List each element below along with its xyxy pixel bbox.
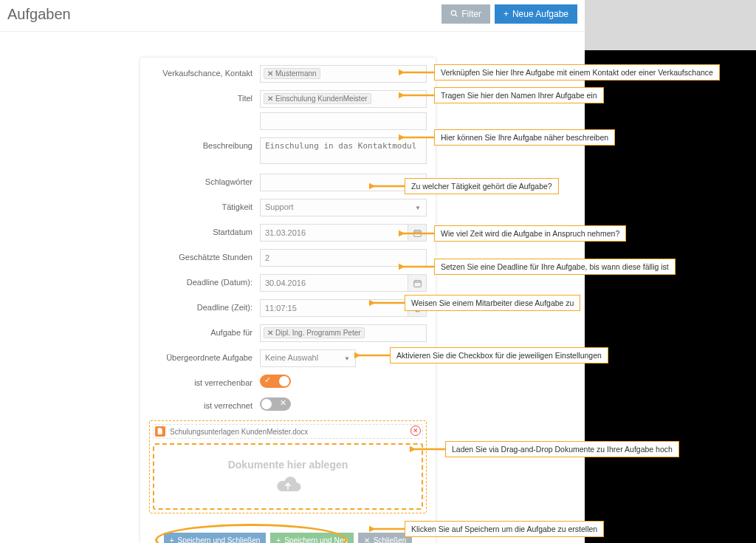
filter-label: Filter: [461, 9, 481, 19]
label-deadline-zeit: Deadline (Zeit):: [149, 299, 260, 312]
assignee-tag-text: Dipl. Ing. Programm Peter: [275, 329, 361, 337]
callout-text: Verknüpfen Sie hier Ihre Aufgabe mit ein…: [434, 64, 720, 81]
titel-tag[interactable]: ✕ Einschulung KundenMeister: [264, 93, 371, 104]
toggle-knob: [261, 399, 272, 409]
attached-file[interactable]: Schulungsunterlagen KundenMeister.docx ✕: [153, 424, 423, 439]
new-task-label: Neue Aufgabe: [512, 9, 568, 19]
label-schlagworter: Schlagwörter: [149, 174, 260, 186]
arrow-icon: [399, 90, 434, 100]
callout-toggles: Aktivieren Sie die Checkbox für die jewe…: [354, 347, 608, 363]
toggle-knob: [279, 376, 289, 386]
label-aufgabe-fuer: Aufgabe für: [149, 324, 260, 337]
arrow-icon: [369, 524, 405, 534]
startdatum-input[interactable]: [260, 224, 408, 242]
plus-icon: +: [170, 536, 174, 543]
titel-extra-input[interactable]: [260, 112, 427, 130]
callout-stunden: Wie viel Zeit wird die Aufgabe in Anspru…: [399, 225, 626, 242]
svg-rect-6: [413, 281, 421, 287]
close-label: Schließen: [374, 536, 406, 543]
remove-tag-icon[interactable]: ✕: [267, 69, 273, 78]
arrow-icon: [399, 228, 434, 239]
save-new-button[interactable]: + Speichern und Neu: [270, 533, 353, 543]
svg-point-0: [451, 10, 456, 15]
label-verrechnet: ist verrechnet: [149, 397, 260, 410]
page-header: Aufgaben Filter + Neue Aufgabe: [0, 0, 585, 32]
callout-save: Klicken Sie auf Speichern um die Aufgabe…: [369, 521, 604, 537]
label-titel: Titel: [149, 90, 260, 103]
callout-deadline: Setzen Sie eine Deadline für Ihre Aufgab…: [399, 259, 676, 275]
callout-text: Weisen Sie einem Mitarbeiter diese Aufga…: [405, 295, 580, 311]
callout-text: Aktivieren Sie die Checkbox für die jewe…: [390, 347, 608, 363]
label-verrechenbar: ist verrechenbar: [149, 375, 260, 387]
remove-tag-icon[interactable]: ✕: [267, 329, 273, 337]
page-title: Aufgaben: [7, 6, 441, 23]
callout-beschreibung: Hier können Sie Ihre Aufgabe näher besch…: [399, 129, 615, 146]
plus-icon: +: [504, 9, 509, 19]
verrechnet-toggle[interactable]: ✕: [260, 397, 291, 411]
close-icon: ✕: [413, 427, 419, 434]
search-icon: [450, 9, 458, 19]
verrechenbar-toggle[interactable]: ✓: [260, 375, 291, 388]
titel-tag-text: Einschulung KundenMeister: [275, 95, 368, 103]
parent-select[interactable]: Keine Auswahl: [260, 349, 356, 367]
arrow-icon: [399, 132, 434, 143]
callout-text: Wie viel Zeit wird die Aufgabe in Anspru…: [434, 225, 626, 242]
right-backdrop-header: [585, 0, 756, 50]
label-deadline-datum: Deadline (Datum):: [149, 274, 260, 287]
kontakt-tag-text: Mustermann: [275, 69, 317, 78]
arrow-icon: [354, 350, 390, 361]
remove-tag-icon[interactable]: ✕: [267, 95, 273, 103]
filter-button[interactable]: Filter: [441, 4, 490, 24]
cross-icon: ✕: [364, 536, 370, 543]
file-name: Schulungsunterlagen KundenMeister.docx: [170, 428, 308, 436]
callout-upload: Laden Sie via Drag-and-Drop Dokumente zu…: [410, 441, 679, 457]
remove-file-button[interactable]: ✕: [410, 426, 421, 436]
callout-text: Hier können Sie Ihre Aufgabe näher besch…: [434, 129, 615, 146]
file-dropzone[interactable]: Dokumente hier ablegen: [153, 443, 423, 510]
save-new-label: Speichern und Neu: [284, 536, 348, 543]
callout-tatigkeit: Zu welcher Tätigkeit gehört die Aufgabe?: [369, 178, 559, 194]
callout-text: Zu welcher Tätigkeit gehört die Aufgabe?: [405, 178, 559, 194]
save-close-button[interactable]: + Speichern und Schließen: [164, 533, 267, 543]
assignee-tag[interactable]: ✕ Dipl. Ing. Programm Peter: [264, 327, 365, 338]
arrow-icon: [369, 181, 405, 191]
attachment-area: Schulungsunterlagen KundenMeister.docx ✕…: [149, 420, 427, 513]
arrow-icon: [399, 262, 434, 272]
kontakt-tag[interactable]: ✕ Mustermann: [264, 68, 320, 79]
callout-text: Tragen Sie hier den Namen Ihrer Aufgabe …: [434, 87, 604, 103]
cloud-upload-icon: [273, 474, 303, 494]
aufgabe-fuer-input[interactable]: ✕ Dipl. Ing. Programm Peter: [260, 324, 427, 342]
label-beschreibung: Beschreibung: [149, 137, 260, 150]
callout-text: Klicken Sie auf Speichern um die Aufgabe…: [405, 521, 604, 537]
label-kontakt: Verkaufschance, Kontakt: [149, 65, 260, 78]
callout-assignee: Weisen Sie einem Mitarbeiter diese Aufga…: [369, 295, 580, 311]
calendar-icon[interactable]: [408, 274, 427, 292]
deadline-datum-input[interactable]: [260, 274, 408, 292]
arrow-icon: [399, 67, 434, 78]
callout-text: Setzen Sie eine Deadline für Ihre Aufgab…: [434, 259, 676, 275]
check-icon: ✓: [264, 375, 271, 385]
label-startdatum: Startdatum: [149, 224, 260, 236]
file-icon: [155, 426, 165, 437]
callout-kontakt: Verknüpfen Sie hier Ihre Aufgabe mit ein…: [399, 64, 720, 81]
tatigkeit-select[interactable]: Support: [260, 199, 427, 216]
save-close-label: Speichern und Schließen: [178, 536, 261, 543]
cross-icon: ✕: [280, 398, 286, 408]
dropzone-label: Dokumente hier ablegen: [228, 459, 348, 471]
header-actions: Filter + Neue Aufgabe: [441, 4, 577, 24]
arrow-icon: [410, 444, 445, 454]
label-stunden: Geschätzte Stunden: [149, 249, 260, 262]
svg-line-1: [456, 15, 458, 17]
plus-icon: +: [276, 536, 281, 543]
new-task-button[interactable]: + Neue Aufgabe: [495, 4, 577, 24]
callout-text: Laden Sie via Drag-and-Drop Dokumente zu…: [445, 441, 679, 457]
label-tatigkeit: Tätigkeit: [149, 199, 260, 211]
label-parent: Übergeordnete Aufgabe: [149, 349, 260, 362]
callout-titel: Tragen Sie hier den Namen Ihrer Aufgabe …: [399, 87, 604, 103]
arrow-icon: [369, 298, 405, 308]
